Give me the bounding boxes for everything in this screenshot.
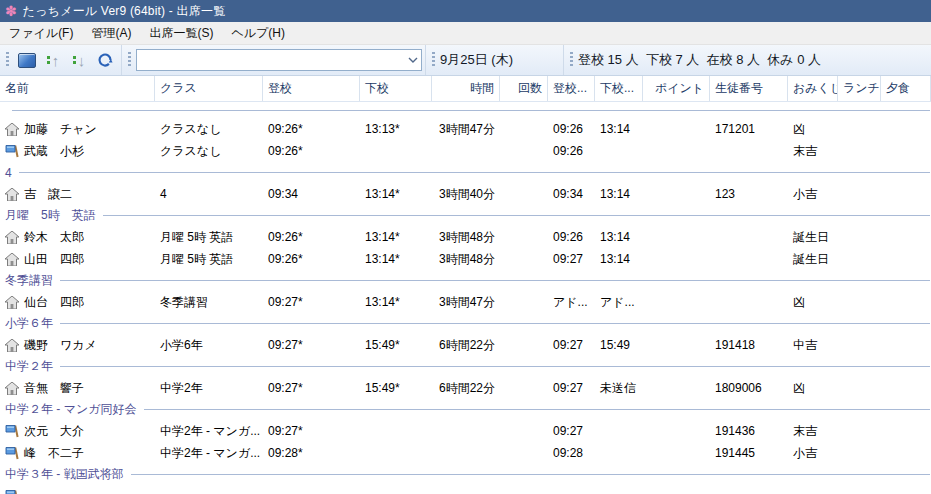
- table-row[interactable]: [0, 485, 931, 494]
- menu-attendance-list[interactable]: 出席一覧(S): [140, 22, 222, 45]
- cell-omikuji: 凶: [788, 380, 838, 397]
- table-row[interactable]: 峰 不二子中学2年 - マンガ...09:28*09:28191445小吉: [0, 442, 931, 464]
- cell-arrive: 09:28*: [263, 446, 360, 460]
- student-name: 次元 大介: [24, 423, 84, 440]
- chevron-down-icon: [407, 56, 419, 64]
- cell-arrive_mail: 09:26: [548, 122, 595, 136]
- student-name: 磯野 ワカメ: [24, 337, 97, 354]
- cell-leave_mail: 15:49: [595, 338, 643, 352]
- column-header-class[interactable]: クラス: [155, 76, 263, 101]
- toolbar-grip[interactable]: [570, 52, 573, 68]
- menu-manage[interactable]: 管理(A): [82, 22, 140, 45]
- refresh-icon: [97, 52, 113, 68]
- cell-arrive_mail: 09:28: [548, 446, 595, 460]
- cell-arrive: 09:26*: [263, 230, 360, 244]
- group-row[interactable]: 中学２年: [0, 356, 931, 377]
- cell-name: 加藤 チャン: [0, 121, 155, 138]
- group-row[interactable]: 中学３年 - 戦国武将部: [0, 464, 931, 485]
- cell-name: 武蔵 小杉: [0, 143, 155, 160]
- menu-help[interactable]: ヘルプ(H): [222, 22, 294, 45]
- cell-arrive: 09:26*: [263, 252, 360, 266]
- table-row[interactable]: 磯野 ワカメ小学6年09:27*15:49*6時間22分09:2715:4919…: [0, 334, 931, 356]
- group-label: 中学２年 - マンガ同好会: [5, 401, 137, 418]
- flag-icon: [5, 424, 19, 438]
- column-header-time[interactable]: 時間: [432, 76, 500, 101]
- group-label: 小学６年: [5, 315, 53, 332]
- student-name: 鈴木 太郎: [24, 229, 84, 246]
- table-row[interactable]: 次元 大介中学2年 - マンガ...09:27*09:27191436末吉: [0, 420, 931, 442]
- toolbar-grip[interactable]: [6, 52, 9, 68]
- cell-name: 山田 四郎: [0, 251, 155, 268]
- group-row[interactable]: 月曜 5時 英語: [0, 205, 931, 226]
- cell-arrive: 09:26*: [263, 122, 360, 136]
- cell-student_no: 171201: [710, 122, 788, 136]
- table-row[interactable]: 加藤 チャンクラスなし09:26*13:13*3時間47分09:2613:141…: [0, 118, 931, 140]
- cell-arrive_mail: 09:26: [548, 230, 595, 244]
- student-name: 加藤 チャン: [24, 121, 97, 138]
- cell-arrive: 09:27*: [263, 424, 360, 438]
- column-header-arrive_mail[interactable]: 登校...: [548, 76, 595, 101]
- group-row[interactable]: 小学６年: [0, 313, 931, 334]
- column-header-omikuji[interactable]: おみくじ: [788, 76, 838, 101]
- column-header-points[interactable]: ポイント: [643, 76, 710, 101]
- house-icon: [5, 296, 19, 309]
- cell-omikuji: 誕生日: [788, 229, 838, 246]
- table-row[interactable]: 鈴木 太郎月曜 5時 英語09:26*13:14*3時間48分09:2613:1…: [0, 226, 931, 248]
- cell-omikuji: 末吉: [788, 423, 838, 440]
- cell-arrive_mail: アド...: [548, 294, 595, 311]
- group-row[interactable]: 中学２年 - マンガ同好会: [0, 399, 931, 420]
- student-name: 仙台 四郎: [24, 294, 84, 311]
- sort-ascending-button[interactable]: ↑: [40, 48, 66, 72]
- cell-name: 音無 響子: [0, 380, 155, 397]
- cell-leave: 13:14*: [360, 252, 432, 266]
- cell-student_no: 123: [710, 187, 788, 201]
- cell-leave_mail: 13:14: [595, 187, 643, 201]
- stats-panel: 登校 15 人 下校 7 人 在校 8 人 休み 0 人: [563, 45, 834, 75]
- column-header-leave[interactable]: 下校: [360, 76, 432, 101]
- column-header-count[interactable]: 回数: [500, 76, 548, 101]
- table-row[interactable]: 山田 四郎月曜 5時 英語09:26*13:14*3時間48分09:2713:1…: [0, 248, 931, 270]
- toolbar-grip[interactable]: [432, 52, 435, 68]
- cell-class: 冬季講習: [155, 294, 263, 311]
- cell-name: 峰 不二子: [0, 445, 155, 462]
- column-header-lunch[interactable]: ランチ: [838, 76, 881, 101]
- cell-arrive_mail: 09:34: [548, 187, 595, 201]
- group-row[interactable]: 冬季講習: [0, 270, 931, 291]
- table-row[interactable]: 仙台 四郎冬季講習09:27*13:14*3時間47分アド...アド...凶: [0, 291, 931, 313]
- cell-leave_mail: 13:14: [595, 122, 643, 136]
- column-header-name[interactable]: 名前: [0, 76, 155, 101]
- group-row[interactable]: 4: [0, 162, 931, 183]
- house-icon: [5, 339, 19, 352]
- table-row[interactable]: 武蔵 小杉クラスなし09:26*09:26末吉: [0, 140, 931, 162]
- table-row[interactable]: 吉 譲二409:3413:14*3時間40分09:3413:14123小吉: [0, 183, 931, 205]
- refresh-button[interactable]: [92, 48, 118, 72]
- filter-combobox[interactable]: [136, 49, 422, 71]
- column-header-leave_mail[interactable]: 下校...: [595, 76, 643, 101]
- group-divider-line: [144, 409, 930, 410]
- column-header-student_no[interactable]: 生徒番号: [710, 76, 788, 101]
- student-name: 音無 響子: [24, 380, 84, 397]
- arrow-up-icon: ↑: [52, 53, 60, 68]
- cell-name: 次元 大介: [0, 423, 155, 440]
- cell-leave_mail: 13:14: [595, 252, 643, 266]
- table-row[interactable]: 音無 響子中学2年09:27*15:49*6時間22分09:27未送信18090…: [0, 377, 931, 399]
- group-label: 中学３年 - 戦国武将部: [5, 466, 124, 483]
- group-row[interactable]: [0, 102, 931, 118]
- menu-bar: ファイル(F) 管理(A) 出席一覧(S) ヘルプ(H): [0, 22, 931, 45]
- sort-descending-button[interactable]: ↓: [66, 48, 92, 72]
- cell-leave: 13:14*: [360, 187, 432, 201]
- column-header-dinner[interactable]: 夕食: [881, 76, 931, 101]
- cell-arrive: 09:27*: [263, 381, 360, 395]
- app-flower-icon: ✽: [5, 4, 17, 18]
- flag-icon: [5, 489, 19, 494]
- menu-file[interactable]: ファイル(F): [0, 22, 82, 45]
- cell-time: 3時間48分: [432, 229, 500, 246]
- group-label: 月曜 5時 英語: [5, 207, 96, 224]
- attendance-window-button[interactable]: [14, 48, 40, 72]
- toolbar-grip[interactable]: [128, 52, 131, 68]
- cell-leave: 15:49*: [360, 338, 432, 352]
- green-dots-icon: [73, 56, 76, 64]
- column-header-arrive[interactable]: 登校: [263, 76, 360, 101]
- cell-arrive_mail: 09:26: [548, 144, 595, 158]
- cell-leave_mail: 未送信: [595, 380, 643, 397]
